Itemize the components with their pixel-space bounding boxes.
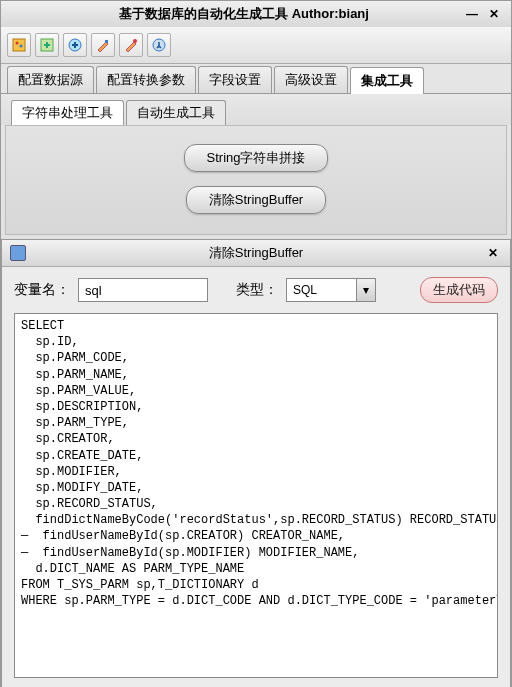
subtab-auto-gen[interactable]: 自动生成工具 [126, 100, 226, 125]
close-icon: ✕ [489, 7, 499, 21]
minimize-button[interactable]: — [463, 5, 481, 23]
sub-titlebar: 清除StringBuffer ✕ [2, 240, 510, 267]
close-icon: ✕ [488, 246, 498, 260]
tab-advanced[interactable]: 高级设置 [274, 66, 348, 93]
window-title: 基于数据库的自动化生成工具 Author:bianj [29, 5, 459, 23]
toolbar [1, 27, 511, 64]
toolbar-icon-1[interactable] [7, 33, 31, 57]
tab-field-settings[interactable]: 字段设置 [198, 66, 272, 93]
minimize-icon: — [466, 7, 478, 21]
tab-convert-params[interactable]: 配置转换参数 [96, 66, 196, 93]
toolbar-icon-6[interactable] [147, 33, 171, 57]
sub-window-icon [10, 245, 26, 261]
sub-window-title: 清除StringBuffer [32, 244, 480, 262]
toolbar-icon-4[interactable] [91, 33, 115, 57]
code-textarea[interactable]: SELECT sp.ID, sp.PARM_CODE, sp.PARM_NAME… [14, 313, 498, 678]
string-concat-button[interactable]: String字符串拼接 [184, 144, 329, 172]
subtab-string-tools[interactable]: 字符串处理工具 [11, 100, 124, 125]
panel-body: String字符串拼接 清除StringBuffer [5, 125, 507, 235]
sub-close-button[interactable]: ✕ [484, 244, 502, 262]
svg-point-6 [133, 39, 137, 43]
close-button[interactable]: ✕ [485, 5, 503, 23]
generate-code-button[interactable]: 生成代码 [420, 277, 498, 303]
svg-point-2 [20, 45, 23, 48]
toolbar-icon-3[interactable] [63, 33, 87, 57]
clear-stringbuffer-button[interactable]: 清除StringBuffer [186, 186, 326, 214]
main-window: 基于数据库的自动化生成工具 Author:bianj — ✕ 配置数据源 配置转… [0, 0, 512, 687]
sub-tabs: 字符串处理工具 自动生成工具 [1, 94, 511, 125]
toolbar-icon-5[interactable] [119, 33, 143, 57]
svg-point-1 [16, 42, 19, 45]
type-combo-input[interactable] [286, 278, 356, 302]
svg-rect-5 [105, 40, 108, 43]
form-row: 变量名： 类型： ▾ 生成代码 [2, 267, 510, 313]
sub-window: 清除StringBuffer ✕ 变量名： 类型： ▾ 生成代码 SELECT … [1, 239, 511, 687]
var-label: 变量名： [14, 281, 70, 299]
tab-datasource[interactable]: 配置数据源 [7, 66, 94, 93]
var-name-input[interactable] [78, 278, 208, 302]
titlebar: 基于数据库的自动化生成工具 Author:bianj — ✕ [1, 1, 511, 27]
svg-rect-0 [13, 39, 25, 51]
type-combo[interactable]: ▾ [286, 278, 376, 302]
toolbar-icon-2[interactable] [35, 33, 59, 57]
main-tabs: 配置数据源 配置转换参数 字段设置 高级设置 集成工具 [1, 64, 511, 94]
tab-integration-tools[interactable]: 集成工具 [350, 67, 424, 94]
chevron-down-icon[interactable]: ▾ [356, 278, 376, 302]
type-label: 类型： [236, 281, 278, 299]
